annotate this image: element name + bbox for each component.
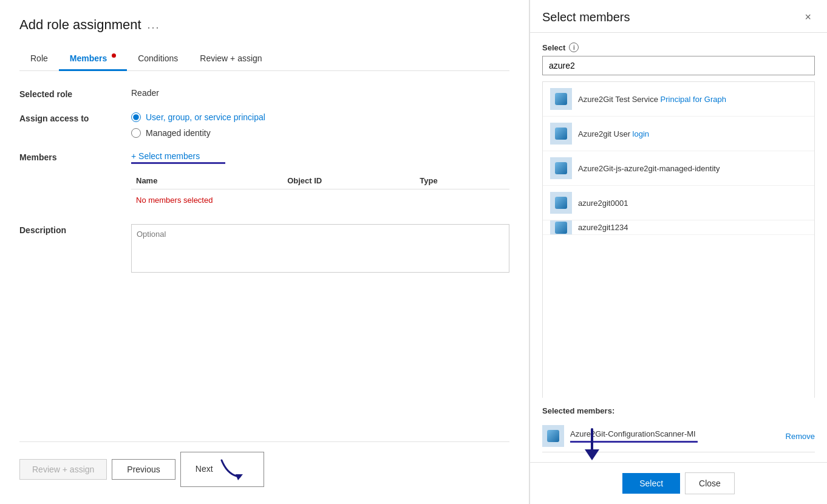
selected-members-label: Selected members: bbox=[542, 406, 815, 415]
result-name-3: Azure2Git-js-azure2git-managed-identity bbox=[578, 164, 720, 173]
left-panel: Add role assignment ... Role Members Con… bbox=[0, 0, 529, 504]
members-row: Members + Select members Name Object ID … bbox=[19, 151, 509, 211]
result-name-4: azure2git0001 bbox=[578, 199, 628, 208]
result-icon-1 bbox=[550, 88, 572, 110]
right-panel-footer: Select Close bbox=[530, 462, 827, 504]
members-value-area: + Select members Name Object ID Type No … bbox=[131, 151, 509, 211]
description-label: Description bbox=[19, 224, 117, 235]
result-name-1: Azure2Git Test Service Principal for Gra… bbox=[578, 95, 726, 104]
result-icon-4 bbox=[550, 192, 572, 214]
selected-member-icon bbox=[542, 425, 564, 447]
col-header-name: Name bbox=[131, 172, 282, 189]
close-panel-button[interactable]: × bbox=[801, 10, 815, 25]
next-button[interactable]: Next bbox=[180, 452, 265, 487]
select-arrow-annotation bbox=[574, 426, 610, 463]
radio-user-group-input[interactable] bbox=[131, 112, 141, 122]
table-empty-row: No members selected bbox=[131, 189, 509, 211]
members-label: Members bbox=[19, 151, 117, 162]
right-panel-body: Select i Azure2Git Test Service Principa… bbox=[530, 33, 827, 462]
search-input[interactable] bbox=[542, 56, 815, 75]
radio-managed-identity-input[interactable] bbox=[131, 128, 141, 138]
search-label-row: Select i bbox=[542, 43, 815, 52]
selected-role-label: Selected role bbox=[19, 88, 117, 99]
result-item-3[interactable]: Azure2Git-js-azure2git-managed-identity bbox=[543, 151, 814, 186]
assign-access-row: Assign access to User, group, or service… bbox=[19, 112, 509, 138]
right-panel-title: Select members bbox=[542, 10, 630, 24]
radio-user-group[interactable]: User, group, or service principal bbox=[131, 112, 265, 122]
tab-members[interactable]: Members bbox=[59, 47, 127, 71]
select-members-link[interactable]: + Select members bbox=[131, 151, 509, 161]
select-button[interactable]: Select bbox=[622, 473, 680, 494]
right-panel: Select members × Select i Azure2Git Test… bbox=[529, 0, 827, 504]
results-list: Azure2Git Test Service Principal for Gra… bbox=[542, 81, 815, 398]
svg-marker-0 bbox=[236, 474, 243, 480]
col-header-object-id: Object ID bbox=[282, 172, 415, 189]
result-name-2: Azure2git User login bbox=[578, 129, 649, 138]
tab-bar: Role Members Conditions Review + assign bbox=[19, 47, 509, 71]
tab-role[interactable]: Role bbox=[19, 47, 59, 71]
result-item-5[interactable]: azure2git1234 bbox=[543, 220, 814, 235]
svg-marker-2 bbox=[585, 449, 599, 460]
result-icon-3 bbox=[550, 157, 572, 179]
radio-managed-identity[interactable]: Managed identity bbox=[131, 128, 265, 138]
assign-access-label: Assign access to bbox=[19, 112, 117, 123]
description-textarea[interactable] bbox=[131, 224, 509, 273]
col-header-type: Type bbox=[415, 172, 509, 189]
tab-review-assign[interactable]: Review + assign bbox=[189, 47, 273, 71]
empty-message: No members selected bbox=[131, 189, 509, 211]
remove-member-link[interactable]: Remove bbox=[786, 432, 815, 441]
next-arrow-annotation bbox=[219, 457, 249, 482]
page-title-ellipsis: ... bbox=[148, 19, 160, 32]
description-row: Description bbox=[19, 224, 509, 273]
search-info-icon: i bbox=[569, 43, 579, 52]
result-item-4[interactable]: azure2git0001 bbox=[543, 186, 814, 220]
previous-button[interactable]: Previous bbox=[112, 459, 175, 480]
tab-conditions[interactable]: Conditions bbox=[127, 47, 189, 71]
page-title: Add role assignment bbox=[19, 17, 141, 33]
result-item-1[interactable]: Azure2Git Test Service Principal for Gra… bbox=[543, 82, 814, 117]
result-icon-5 bbox=[550, 220, 572, 235]
radio-managed-identity-label: Managed identity bbox=[146, 128, 211, 138]
selected-role-row: Selected role Reader bbox=[19, 88, 509, 99]
select-members-underline bbox=[131, 162, 225, 164]
bottom-bar: Review + assign Previous Next bbox=[19, 441, 509, 487]
selected-role-value: Reader bbox=[131, 88, 159, 98]
radio-user-group-label: User, group, or service principal bbox=[146, 112, 265, 122]
result-icon-2 bbox=[550, 123, 572, 145]
result-item-2[interactable]: Azure2git User login bbox=[543, 117, 814, 151]
right-panel-header: Select members × bbox=[530, 0, 827, 33]
close-button[interactable]: Close bbox=[685, 472, 735, 494]
review-assign-button[interactable]: Review + assign bbox=[19, 459, 107, 480]
access-type-radio-group: User, group, or service principal Manage… bbox=[131, 112, 265, 138]
result-name-5: azure2git1234 bbox=[578, 223, 628, 232]
members-table: Name Object ID Type No members selected bbox=[131, 172, 509, 211]
page-header: Add role assignment ... bbox=[19, 17, 509, 33]
